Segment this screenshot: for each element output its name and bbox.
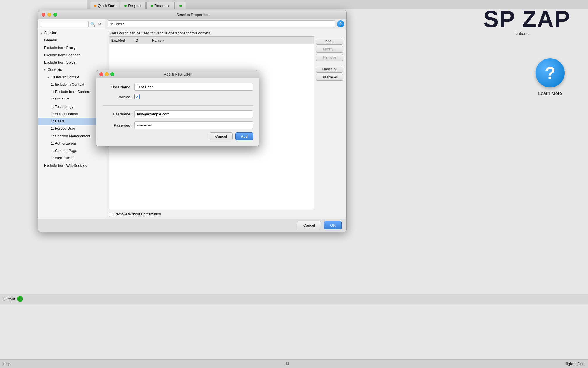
dialog-cancel-button[interactable]: Cancel bbox=[210, 132, 232, 140]
table-header: Enabled ID Name bbox=[109, 37, 314, 44]
dialog-titlebar: Add a New User bbox=[96, 70, 259, 78]
window-titlebar: Session Properties bbox=[38, 10, 346, 19]
sidebar-item-contexts[interactable]: ▾ Contexts bbox=[38, 66, 105, 73]
add-user-button[interactable]: Add... bbox=[316, 38, 343, 45]
search-bar: 🔍 ✕ bbox=[38, 19, 105, 29]
th-name[interactable]: Name bbox=[150, 38, 305, 43]
sidebar-item-session[interactable]: ▾ Session bbox=[38, 29, 105, 37]
sidebar-item-exclude-websockets[interactable]: Exclude from WebSockets bbox=[38, 162, 105, 169]
clear-search-icon[interactable]: ✕ bbox=[97, 21, 103, 27]
add-output-icon[interactable]: + bbox=[17, 296, 23, 302]
maximize-button[interactable] bbox=[53, 13, 57, 17]
user-name-label: User Name: bbox=[102, 85, 131, 89]
sidebar-item-forced-user[interactable]: 1: Forced User bbox=[38, 125, 105, 132]
arrow-default-context: ▾ bbox=[47, 75, 49, 80]
disable-all-button[interactable]: Disable All bbox=[316, 74, 343, 81]
top-tabs-bar: Quick Start Request Response bbox=[87, 0, 588, 9]
sidebar-item-exclude-scanner[interactable]: Exclude from Scanner bbox=[38, 52, 105, 59]
close-button[interactable] bbox=[42, 13, 45, 17]
output-label: Output bbox=[3, 297, 15, 301]
context-description: Users which can be used for various oper… bbox=[105, 29, 346, 36]
sidebar-item-exclude-spider[interactable]: Exclude from Spider bbox=[38, 59, 105, 66]
username-input[interactable] bbox=[134, 110, 253, 118]
th-enabled: Enabled bbox=[109, 38, 132, 43]
separator bbox=[102, 105, 253, 106]
cancel-button[interactable]: Cancel bbox=[297, 221, 321, 229]
traffic-lights bbox=[42, 13, 57, 17]
tab-extra[interactable] bbox=[175, 2, 186, 9]
sidebar-item-authorization[interactable]: 1: Authorization bbox=[38, 140, 105, 147]
sidebar-item-exclude-proxy[interactable]: Exclude from Proxy bbox=[38, 44, 105, 52]
sidebar-item-default-context[interactable]: ▾ 1:Default Context bbox=[38, 74, 105, 81]
password-field: Password: bbox=[102, 121, 253, 129]
context-header: 1: Users ? bbox=[105, 19, 346, 29]
remove-without-confirm-row: Remove Without Confirmation bbox=[109, 212, 161, 216]
tab-quick-start[interactable]: Quick Start bbox=[90, 2, 119, 9]
tab-dot-extra bbox=[179, 5, 182, 7]
remove-without-confirm-checkbox[interactable] bbox=[109, 213, 112, 216]
search-icon[interactable]: 🔍 bbox=[90, 21, 96, 27]
dialog-minimize-button[interactable] bbox=[105, 72, 109, 76]
add-user-dialog: Add a New User User Name: Enabled: Usern… bbox=[96, 70, 259, 146]
window-title: Session Properties bbox=[176, 13, 208, 17]
enable-all-button[interactable]: Enable All bbox=[316, 66, 343, 73]
password-input[interactable] bbox=[134, 121, 253, 129]
sidebar-item-general[interactable]: General bbox=[38, 37, 105, 44]
dialog-maximize-button[interactable] bbox=[110, 72, 114, 76]
dialog-body: User Name: Enabled: Username: Password: … bbox=[96, 78, 259, 146]
sidebar-item-alert-filters[interactable]: 1: Alert Filters bbox=[38, 155, 105, 162]
learn-more-label[interactable]: Learn More bbox=[538, 91, 562, 96]
dialog-add-button[interactable]: Add bbox=[235, 132, 253, 140]
remove-without-confirm-label: Remove Without Confirmation bbox=[114, 212, 161, 216]
bottom-options: Remove Without Confirmation bbox=[105, 210, 346, 219]
modify-button[interactable]: Modify... bbox=[316, 46, 343, 53]
status-left: amp bbox=[3, 362, 10, 366]
status-middle: M bbox=[286, 362, 289, 366]
user-name-input[interactable] bbox=[134, 83, 253, 91]
context-title-bar: 1: Users bbox=[108, 20, 335, 27]
subtitle-text: ications. bbox=[515, 31, 530, 36]
user-name-field: User Name: bbox=[102, 83, 253, 91]
tab-dot-quick-start bbox=[94, 5, 96, 7]
ok-button[interactable]: OK bbox=[324, 221, 342, 229]
minimize-button[interactable] bbox=[47, 13, 51, 17]
sidebar-item-structure[interactable]: 1: Structure bbox=[38, 96, 105, 103]
tab-dot-response bbox=[151, 5, 153, 7]
search-input[interactable] bbox=[41, 21, 89, 27]
enabled-label: Enabled: bbox=[102, 95, 131, 99]
dialog-footer: Cancel Add bbox=[102, 132, 253, 141]
sidebar-item-authentication[interactable]: 1: Authentication bbox=[38, 111, 105, 118]
sidebar-item-users[interactable]: 1: Users bbox=[38, 118, 105, 125]
dialog-title: Add a New User bbox=[164, 72, 192, 76]
tab-response-label: Response bbox=[154, 4, 170, 8]
th-id: ID bbox=[132, 38, 150, 43]
arrow-session: ▾ bbox=[41, 31, 42, 36]
window-footer: Cancel OK bbox=[38, 219, 346, 232]
sidebar-item-technology[interactable]: 1: Technology bbox=[38, 103, 105, 111]
sidebar-item-include-context[interactable]: 1: Include in Context bbox=[38, 81, 105, 88]
tab-request[interactable]: Request bbox=[120, 2, 146, 9]
context-title-text: 1: Users bbox=[110, 22, 124, 26]
arrow-contexts: ▾ bbox=[44, 67, 45, 72]
dialog-traffic-lights bbox=[99, 72, 114, 76]
status-right: Highest Alert bbox=[565, 362, 585, 366]
app-title: SP ZAP bbox=[483, 6, 571, 33]
remove-button[interactable]: Remove bbox=[316, 54, 343, 61]
sidebar: 🔍 ✕ ▾ Session General Exclude from Proxy… bbox=[38, 19, 105, 219]
username-label: Username: bbox=[102, 112, 131, 116]
help-circle-icon[interactable]: ? bbox=[536, 58, 565, 87]
enabled-checkbox[interactable] bbox=[134, 94, 140, 99]
sidebar-item-custom-page[interactable]: 1: Custom Page bbox=[38, 147, 105, 155]
learn-more-area: ? Learn More bbox=[536, 58, 565, 96]
output-bar: Output + bbox=[0, 294, 588, 304]
username-field: Username: bbox=[102, 110, 253, 118]
tab-quick-start-label: Quick Start bbox=[98, 4, 115, 8]
context-help-button[interactable]: ? bbox=[337, 20, 344, 27]
dialog-close-button[interactable] bbox=[99, 72, 103, 76]
status-bar: amp M Highest Alert bbox=[0, 359, 588, 368]
sidebar-item-exclude-context[interactable]: 1: Exclude from Context bbox=[38, 88, 105, 96]
tab-response[interactable]: Response bbox=[146, 2, 175, 9]
sidebar-item-session-management[interactable]: 1: Session Management bbox=[38, 133, 105, 140]
tab-dot-request bbox=[124, 5, 127, 7]
table-buttons: Add... Modify... Remove Enable All Disab… bbox=[314, 36, 343, 210]
